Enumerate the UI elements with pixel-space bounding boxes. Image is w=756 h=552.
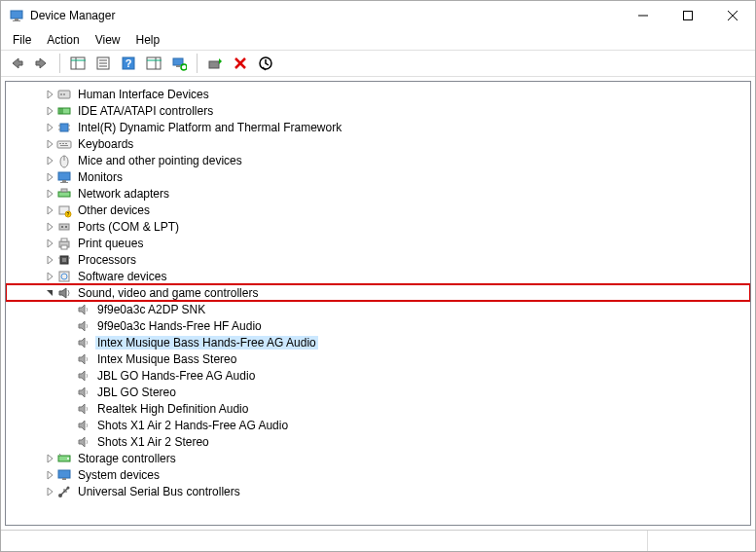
- expand-arrow-icon[interactable]: [43, 187, 56, 201]
- expand-arrow-icon[interactable]: [43, 253, 56, 267]
- tree-item-label: System devices: [76, 468, 162, 482]
- tree-item[interactable]: Intex Musique Bass Hands-Free AG Audio: [6, 334, 750, 350]
- tree-item[interactable]: Universal Serial Bus controllers: [6, 483, 750, 499]
- tree-item[interactable]: JBL GO Hands-Free AG Audio: [6, 367, 750, 384]
- tree-item[interactable]: Human Interface Devices: [6, 86, 750, 102]
- tree-item[interactable]: Shots X1 Air 2 Stereo: [6, 433, 750, 450]
- speaker-icon: [76, 385, 91, 400]
- tree-item-label: Intel(R) Dynamic Platform and Thermal Fr…: [76, 121, 343, 134]
- svg-rect-1: [15, 18, 18, 20]
- svg-rect-7: [71, 57, 85, 69]
- svg-rect-20: [176, 65, 180, 67]
- svg-rect-57: [61, 245, 67, 249]
- back-button[interactable]: [5, 52, 28, 75]
- tree-item[interactable]: Storage controllers: [6, 450, 750, 466]
- tree-item[interactable]: Keyboards: [6, 135, 750, 152]
- tree-item-label: Processors: [76, 253, 138, 267]
- tree-item-label: Intex Musique Bass Stereo: [95, 352, 238, 366]
- expand-arrow-icon[interactable]: [43, 170, 56, 184]
- titlebar: Device Manager: [1, 1, 755, 30]
- update-driver-button[interactable]: [203, 52, 227, 75]
- speaker-icon: [76, 401, 91, 417]
- menu-action[interactable]: Action: [39, 31, 87, 49]
- tree-item[interactable]: JBL GO Stereo: [6, 384, 750, 400]
- expand-arrow-icon[interactable]: [43, 88, 56, 101]
- svg-rect-39: [62, 143, 64, 144]
- svg-text:?: ?: [67, 211, 70, 217]
- toolbar-separator: [59, 54, 60, 73]
- tree-item-label: Print queues: [76, 237, 145, 250]
- tree-item[interactable]: 9f9e0a3c A2DP SNK: [6, 301, 750, 317]
- storage-icon: [56, 451, 72, 466]
- tree-item[interactable]: Sound, video and game controllers: [6, 284, 750, 301]
- minimize-button[interactable]: [621, 1, 666, 30]
- svg-rect-22: [209, 61, 219, 68]
- tree-item[interactable]: Intel(R) Dynamic Platform and Thermal Fr…: [6, 119, 750, 135]
- tree-item-label: Mice and other pointing devices: [76, 154, 244, 167]
- tree-item[interactable]: Shots X1 Air 2 Hands-Free AG Audio: [6, 417, 750, 433]
- tree-item-label: Human Interface Devices: [76, 88, 211, 101]
- expand-arrow-icon: [62, 419, 76, 432]
- tree-item[interactable]: Monitors: [6, 168, 750, 185]
- tree-item[interactable]: Realtek High Definition Audio: [6, 400, 750, 417]
- scan-hardware-button[interactable]: [167, 52, 191, 75]
- tree-item[interactable]: Intex Musique Bass Stereo: [6, 350, 750, 367]
- tree-item[interactable]: Ports (COM & LPT): [6, 218, 750, 235]
- menu-help[interactable]: Help: [128, 31, 168, 49]
- tree-item-label: Realtek High Definition Audio: [95, 402, 250, 416]
- mouse-icon: [56, 153, 72, 168]
- tree-item-label: JBL GO Stereo: [95, 386, 178, 399]
- expand-arrow-icon[interactable]: [43, 220, 56, 234]
- expand-arrow-icon[interactable]: [43, 468, 56, 482]
- expand-arrow-icon[interactable]: [43, 137, 56, 151]
- disable-device-button[interactable]: [254, 52, 277, 75]
- expand-arrow-icon[interactable]: [43, 270, 56, 283]
- help-button[interactable]: ?: [117, 52, 140, 75]
- properties-button[interactable]: [91, 52, 115, 75]
- tree-item[interactable]: Processors: [6, 251, 750, 268]
- expand-arrow-icon[interactable]: [43, 104, 56, 118]
- show-hide-console-tree-button[interactable]: [66, 52, 90, 75]
- uninstall-device-button[interactable]: [229, 52, 252, 75]
- tree-item-label: IDE ATA/ATAPI controllers: [76, 104, 215, 118]
- expand-arrow-icon[interactable]: [43, 203, 56, 217]
- svg-rect-67: [62, 478, 66, 480]
- status-cell: [1, 531, 648, 551]
- collapse-arrow-icon[interactable]: [43, 286, 56, 300]
- expand-arrow-icon[interactable]: [43, 154, 56, 167]
- expand-arrow-icon: [62, 352, 76, 366]
- tree-item[interactable]: ?Other devices: [6, 202, 750, 218]
- tree-item-label: Software devices: [76, 270, 168, 283]
- speaker-icon: [76, 418, 91, 433]
- svg-rect-46: [60, 182, 68, 183]
- svg-rect-66: [58, 470, 70, 478]
- tree-item[interactable]: Mice and other pointing devices: [6, 152, 750, 168]
- tree-item[interactable]: Network adapters: [6, 185, 750, 202]
- expand-arrow-icon[interactable]: [43, 237, 56, 250]
- action-pane-button[interactable]: [142, 52, 165, 75]
- menu-view[interactable]: View: [88, 31, 128, 49]
- tree-item[interactable]: Print queues: [6, 235, 750, 251]
- forward-button[interactable]: [30, 52, 54, 75]
- tree-item-label: Intex Musique Bass Hands-Free AG Audio: [95, 336, 318, 350]
- tree-item[interactable]: IDE ATA/ATAPI controllers: [6, 102, 750, 119]
- toolbar-separator: [197, 54, 198, 73]
- maximize-button[interactable]: [666, 1, 710, 30]
- svg-rect-19: [173, 58, 183, 65]
- tree-item-label: 9f9e0a3c Hands-Free HF Audio: [95, 319, 264, 333]
- toolbar: ?: [1, 50, 755, 77]
- expand-arrow-icon[interactable]: [43, 452, 56, 465]
- tree-item[interactable]: System devices: [6, 466, 750, 483]
- menu-file[interactable]: File: [5, 31, 39, 49]
- close-button[interactable]: [710, 1, 755, 30]
- svg-rect-0: [11, 11, 22, 18]
- tree-item-label: Shots X1 Air 2 Stereo: [95, 435, 211, 449]
- chip-icon: [56, 120, 72, 135]
- menubar: File Action View Help: [1, 30, 755, 50]
- device-tree[interactable]: Human Interface DevicesIDE ATA/ATAPI con…: [5, 81, 751, 526]
- tree-item[interactable]: Software devices: [6, 268, 750, 284]
- tree-item[interactable]: 9f9e0a3c Hands-Free HF Audio: [6, 317, 750, 334]
- expand-arrow-icon[interactable]: [43, 485, 56, 498]
- hid-icon: [56, 87, 72, 102]
- expand-arrow-icon[interactable]: [43, 121, 56, 134]
